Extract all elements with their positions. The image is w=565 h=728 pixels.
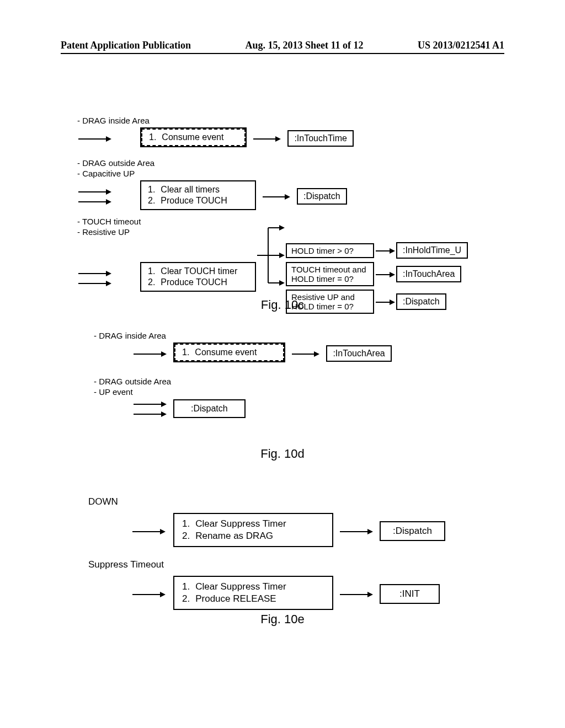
step-num: 1.: [148, 266, 159, 276]
arrow-icon: [263, 194, 290, 200]
step-num: 2.: [182, 531, 194, 542]
process-box: 1.Clear Suppress Timer 2.Rename as DRAG: [173, 513, 333, 547]
svg-marker-3: [279, 225, 285, 231]
step-num: 1.: [182, 581, 194, 592]
event-label: - Resistive UP: [77, 227, 510, 237]
state-box: :Dispatch: [173, 399, 246, 418]
state-box: :Dispatch: [380, 521, 445, 541]
arrow-icon: [134, 351, 167, 357]
state-box: :Dispatch: [396, 293, 446, 310]
header-left: Patent Application Publication: [61, 40, 191, 51]
event-label: - DRAG outside Area: [94, 377, 510, 386]
figure-label: Fig. 10e: [260, 612, 305, 627]
step-num: 2.: [148, 196, 159, 206]
step-num: 1.: [149, 132, 161, 142]
step-text: Clear TOUCH timer: [161, 266, 242, 276]
step-text: Consume event: [195, 347, 261, 357]
arrow-icon: [376, 248, 395, 254]
event-label: - DRAG inside Area: [77, 116, 510, 125]
arrow-icon: [340, 529, 373, 534]
arrow-icon: [376, 272, 395, 277]
figure-label: Fig. 10d: [260, 447, 305, 461]
step-num: 1.: [182, 347, 194, 357]
step-num: 2.: [182, 593, 194, 604]
step-text: Produce TOUCH: [161, 196, 231, 206]
arrow-icon: [376, 299, 395, 305]
state-box: :InTouchArea: [326, 345, 391, 362]
arrow-icon: [134, 402, 167, 407]
process-box: 1.Consume event: [140, 127, 247, 147]
state-box: :InTouchArea: [396, 266, 461, 282]
figure-label: Fig. 10c: [261, 298, 304, 312]
process-box: 1.Clear Suppress Timer 2.Produce RELEASE: [173, 576, 333, 610]
header-right: US 2013/0212541 A1: [418, 40, 504, 51]
state-box: :Dispatch: [297, 188, 347, 205]
arrow-icon: [78, 199, 111, 205]
event-label: - Capacitive UP: [77, 169, 510, 178]
branch-icon: [257, 222, 285, 288]
diagram-10c: - DRAG inside Area 1.Consume event :InTo…: [77, 116, 510, 318]
step-text: Produce RELEASE: [195, 593, 290, 604]
svg-marker-5: [279, 253, 285, 258]
step-num: 2.: [148, 277, 159, 287]
step-text: Produce TOUCH: [161, 277, 242, 287]
event-label: Suppress Timeout: [88, 559, 510, 570]
step-num: 1.: [148, 185, 159, 195]
condition-box: TOUCH timeout and HOLD timer = 0?: [286, 262, 374, 286]
page-header: Patent Application Publication Aug. 15, …: [61, 40, 504, 51]
state-box: :INIT: [380, 584, 440, 604]
arrow-icon: [132, 529, 166, 534]
svg-marker-7: [279, 280, 285, 286]
state-box: :InTouchTime: [287, 130, 353, 147]
arrow-icon: [132, 592, 166, 597]
step-text: Rename as DRAG: [195, 531, 290, 542]
arrow-icon: [253, 136, 281, 142]
arrow-icon: [78, 281, 111, 286]
arrow-icon: [78, 189, 111, 195]
arrow-icon: [134, 411, 167, 417]
event-label: DOWN: [88, 496, 510, 507]
header-rule: [61, 53, 504, 54]
diagram-10d: - DRAG inside Area 1.Consume event :InTo…: [77, 331, 510, 420]
step-text: Consume event: [162, 132, 228, 142]
process-box: 1.Clear all timers 2.Produce TOUCH: [140, 180, 256, 210]
state-box: :InHoldTime_U: [396, 242, 468, 259]
event-label: - UP event: [94, 387, 510, 397]
process-box: 1.Consume event: [173, 342, 285, 362]
diagram-10e: DOWN 1.Clear Suppress Timer 2.Rename as …: [77, 496, 510, 613]
process-box: 1.Clear TOUCH timer 2.Produce TOUCH: [140, 262, 256, 292]
event-label: - DRAG inside Area: [94, 331, 510, 340]
arrow-icon: [78, 136, 111, 142]
arrow-icon: [292, 351, 319, 357]
header-mid: Aug. 15, 2013 Sheet 11 of 12: [245, 40, 363, 51]
step-num: 1.: [182, 518, 194, 529]
condition-box: HOLD timer > 0?: [286, 243, 374, 258]
event-label: - TOUCH timeout: [77, 217, 510, 226]
step-text: Clear all timers: [161, 185, 231, 195]
step-text: Clear Suppress Timer: [195, 518, 290, 529]
arrow-icon: [340, 592, 373, 597]
step-text: Clear Suppress Timer: [195, 581, 290, 592]
event-label: - DRAG outside Area: [77, 158, 510, 168]
arrow-icon: [78, 271, 111, 276]
